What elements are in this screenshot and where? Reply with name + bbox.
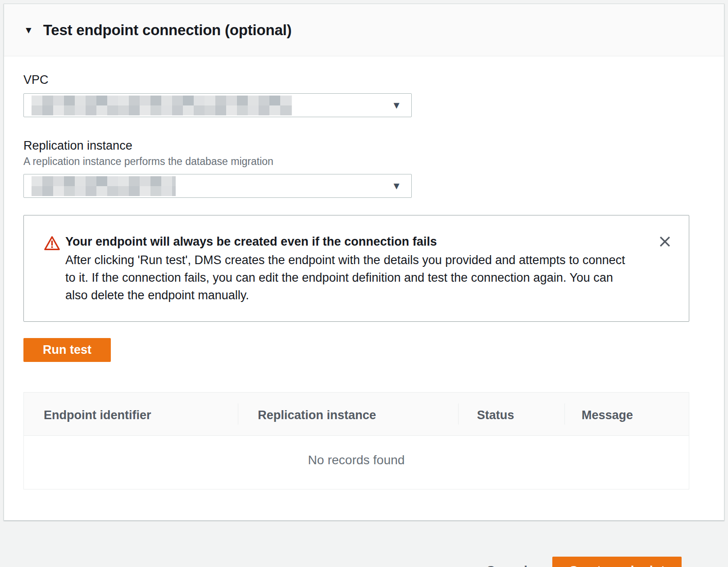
panel-title: Test endpoint connection (optional): [43, 22, 292, 39]
panel-body: VPC ▼ Replication instance A replication…: [4, 56, 724, 520]
alert-body: After clicking 'Run test', DMS creates t…: [65, 251, 631, 304]
alert-text: Your endpoint will always be created eve…: [65, 234, 658, 304]
vpc-label: VPC: [23, 73, 681, 87]
column-header-replication-instance: Replication instance: [238, 393, 458, 435]
column-header-status: Status: [458, 393, 564, 435]
replication-instance-description: A replication instance performs the data…: [23, 155, 681, 168]
table-header-row: Endpoint identifier Replication instance…: [24, 393, 689, 436]
table-empty-state: No records found: [24, 436, 689, 489]
replication-instance-select[interactable]: ▼: [23, 174, 412, 198]
close-icon: [658, 235, 672, 248]
replication-instance-field: Replication instance A replication insta…: [23, 138, 681, 198]
replication-instance-label: Replication instance: [23, 138, 681, 153]
endpoint-warning-alert: Your endpoint will always be created eve…: [23, 215, 689, 322]
alert-title: Your endpoint will always be created eve…: [65, 234, 631, 249]
cancel-button[interactable]: Cancel: [486, 563, 528, 567]
create-endpoint-button[interactable]: Create endpoint: [552, 557, 682, 567]
form-footer-actions: Cancel Create endpoint: [0, 521, 728, 567]
caret-down-icon: ▼: [24, 25, 33, 35]
test-endpoint-connection-panel: ▼ Test endpoint connection (optional) VP…: [4, 4, 724, 521]
dropdown-caret-icon: ▼: [391, 101, 401, 110]
connection-results-table: Endpoint identifier Replication instance…: [23, 392, 689, 489]
vpc-selected-value-redacted: [32, 96, 292, 115]
vpc-select[interactable]: ▼: [23, 93, 412, 117]
panel-expander-header[interactable]: ▼ Test endpoint connection (optional): [4, 4, 724, 56]
dropdown-caret-icon: ▼: [391, 181, 401, 191]
warning-triangle-icon: [44, 234, 65, 253]
run-test-button[interactable]: Run test: [23, 338, 111, 362]
column-header-message: Message: [564, 393, 689, 435]
alert-close-button[interactable]: [658, 235, 672, 248]
vpc-field: VPC ▼: [23, 73, 681, 117]
column-header-endpoint-identifier: Endpoint identifier: [24, 393, 238, 435]
replication-instance-selected-value-redacted: [32, 176, 176, 196]
